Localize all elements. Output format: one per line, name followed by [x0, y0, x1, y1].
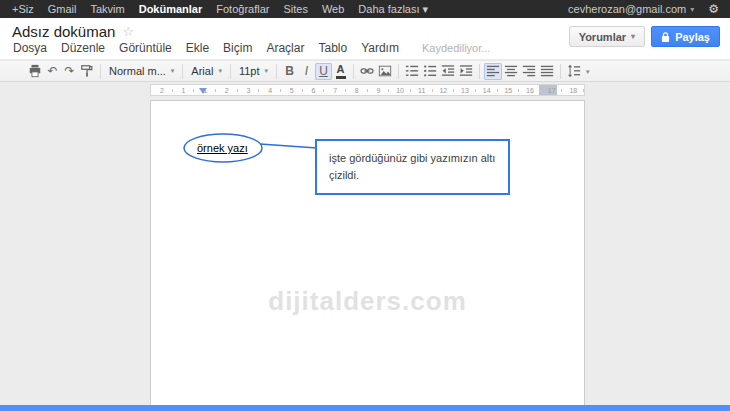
chevron-down-icon: ▾: [690, 5, 694, 14]
star-icon[interactable]: ☆: [122, 24, 134, 39]
gear-icon[interactable]: ⚙: [702, 2, 725, 16]
indent-marker[interactable]: [199, 88, 207, 94]
undo-button[interactable]: ↶: [44, 63, 61, 80]
outdent-button[interactable]: [439, 63, 457, 80]
ruler-number: 2: [216, 85, 238, 95]
topbar-item-daha-fazlasi[interactable]: Daha fazlası ▾: [351, 3, 435, 16]
document-header: Adsız doküman ☆ Dosya Düzenle Görüntüle …: [0, 18, 730, 60]
toolbar-separator: [398, 64, 399, 79]
text-color-bar: [336, 76, 346, 79]
toolbar-separator: [100, 64, 101, 79]
redo-button[interactable]: ↷: [61, 63, 78, 80]
account-menu[interactable]: cevherozan@gmail.com ▾: [568, 3, 694, 15]
ruler-number: 1: [173, 85, 195, 95]
save-status: Kaydediliyor...: [422, 42, 490, 54]
font-size-dropdown-value: 11pt: [239, 65, 260, 77]
text-color-button[interactable]: A: [332, 63, 349, 80]
comments-button[interactable]: Yorumlar ▾: [569, 26, 646, 47]
ruler-number: 17: [541, 85, 563, 95]
ruler-number: 13: [454, 85, 476, 95]
topbar-item-plus-siz[interactable]: +Siz: [5, 3, 41, 15]
font-dropdown[interactable]: Arial ▾: [187, 65, 226, 77]
chevron-down-icon: ▾: [218, 67, 222, 75]
insert-link-button[interactable]: [358, 63, 376, 80]
ruler-number: 2: [151, 85, 173, 95]
ruler-number: 11: [411, 85, 433, 95]
menu-goruntule[interactable]: Görüntüle: [112, 39, 179, 57]
format-toolbar: ↶ ↷ Normal m... ▾ Arial ▾ 11pt ▾ B I U A: [0, 60, 730, 82]
font-size-dropdown[interactable]: 11pt ▾: [235, 65, 272, 77]
styles-dropdown[interactable]: Normal m... ▾: [105, 65, 178, 77]
ruler-number: 5: [281, 85, 303, 95]
document-title[interactable]: Adsız doküman: [12, 23, 115, 40]
ruler-number: 9: [368, 85, 390, 95]
ruler-number: 16: [519, 85, 541, 95]
header-buttons: Yorumlar ▾ Paylaş: [569, 26, 720, 47]
annotation-callout-text: işte gördüğünüz gibi yazımızın altı çizi…: [329, 152, 495, 181]
align-center-button[interactable]: [502, 63, 520, 80]
bottom-bar: [0, 405, 730, 411]
ruler-number: 12: [433, 85, 455, 95]
chevron-down-icon: ▾: [171, 67, 175, 75]
ruler-number: 10: [389, 85, 411, 95]
ruler-number: 14: [476, 85, 498, 95]
menu-ekle[interactable]: Ekle: [179, 39, 216, 57]
menu-yardim[interactable]: Yardım: [354, 39, 406, 57]
topbar-item-web[interactable]: Web: [315, 3, 351, 15]
ruler-number: 7: [324, 85, 346, 95]
insert-image-button[interactable]: [376, 63, 394, 80]
line-spacing-button[interactable]: ▾: [565, 63, 592, 80]
chevron-down-icon: ▾: [586, 68, 590, 75]
ruler-number: 8: [346, 85, 368, 95]
toolbar-separator: [479, 64, 480, 79]
underline-button[interactable]: U: [315, 63, 332, 80]
topbar-item-gmail[interactable]: Gmail: [41, 3, 84, 15]
topbar-item-fotograflar[interactable]: Fotoğraflar: [209, 3, 276, 15]
chevron-down-icon: ▾: [264, 67, 268, 75]
document-page[interactable]: örnek yazı işte gördüğünüz gibi yazımızı…: [150, 100, 585, 410]
ruler-number: 18: [562, 85, 584, 95]
sample-text[interactable]: örnek yazı: [197, 142, 248, 154]
toolbar-separator: [230, 64, 231, 79]
ruler-number: 6: [303, 85, 325, 95]
menu-araclar[interactable]: Araçlar: [259, 39, 311, 57]
font-dropdown-value: Arial: [191, 65, 213, 77]
menu-bicim[interactable]: Biçim: [216, 39, 259, 57]
text-color-letter: A: [337, 64, 345, 75]
toolbar-separator: [353, 64, 354, 79]
align-justify-button[interactable]: [538, 63, 556, 80]
watermark: dijitalders.com: [151, 286, 584, 317]
numbered-list-button[interactable]: [403, 63, 421, 80]
annotation-connector: [260, 144, 317, 148]
menu-dosya[interactable]: Dosya: [6, 39, 54, 57]
bold-button[interactable]: B: [281, 63, 298, 80]
lock-icon: [661, 31, 670, 43]
italic-button[interactable]: I: [298, 63, 315, 80]
chevron-down-icon: ▾: [631, 32, 635, 41]
google-top-bar: +Siz Gmail Takvim Dokümanlar Fotoğraflar…: [0, 0, 730, 18]
bullet-list-button[interactable]: [421, 63, 439, 80]
align-left-button[interactable]: [484, 63, 502, 80]
topbar-item-dokumanlar[interactable]: Dokümanlar: [132, 3, 210, 15]
ruler-numbers: 21123456789101112131415161718: [151, 85, 584, 95]
print-button[interactable]: [26, 63, 44, 80]
paint-format-button[interactable]: [78, 63, 96, 80]
account-email: cevherozan@gmail.com: [568, 3, 686, 15]
title-row: Adsız doküman ☆: [12, 23, 134, 40]
menu-tablo[interactable]: Tablo: [311, 39, 354, 57]
share-button[interactable]: Paylaş: [651, 26, 720, 47]
styles-dropdown-value: Normal m...: [109, 65, 166, 77]
menu-duzenle[interactable]: Düzenle: [54, 39, 112, 57]
indent-button[interactable]: [457, 63, 475, 80]
align-right-button[interactable]: [520, 63, 538, 80]
toolbar-separator: [276, 64, 277, 79]
ruler-number: 3: [238, 85, 260, 95]
ruler[interactable]: 21123456789101112131415161718: [150, 84, 585, 96]
annotation-callout: işte gördüğünüz gibi yazımızın altı çizi…: [315, 139, 510, 195]
toolbar-separator: [182, 64, 183, 79]
share-button-label: Paylaş: [675, 31, 710, 43]
topbar-item-takvim[interactable]: Takvim: [83, 3, 131, 15]
menu-bar: Dosya Düzenle Görüntüle Ekle Biçim Araçl…: [6, 39, 490, 57]
topbar-item-sites[interactable]: Sites: [276, 3, 314, 15]
comments-button-label: Yorumlar: [579, 31, 626, 43]
